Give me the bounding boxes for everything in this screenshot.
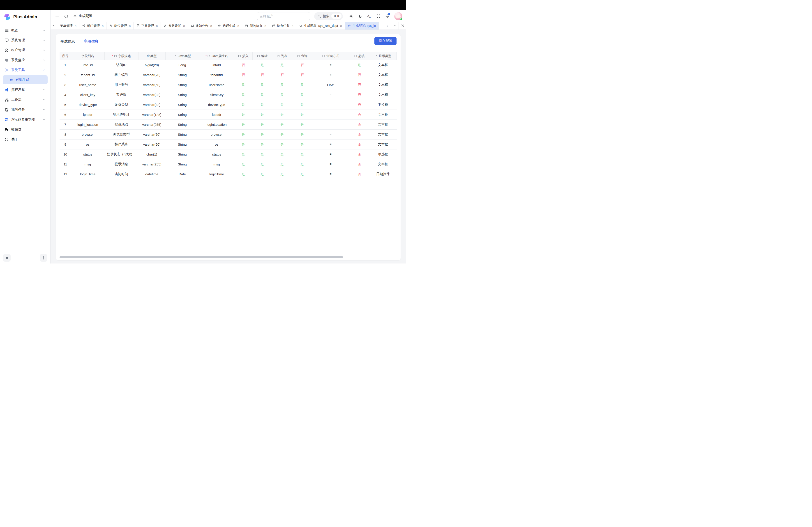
- sidebar-item-system-tools[interactable]: 系统工具: [3, 65, 47, 74]
- dark-mode-toggle[interactable]: [357, 12, 364, 20]
- fullscreen-button[interactable]: [374, 12, 382, 20]
- boolean-flag: 否: [242, 73, 245, 77]
- close-icon[interactable]: ×: [292, 24, 293, 28]
- column-header-insert[interactable]: 插入: [234, 52, 252, 60]
- close-icon[interactable]: ×: [75, 24, 76, 28]
- edit-icon: [297, 54, 300, 58]
- cell-java-attr: userName: [199, 80, 234, 90]
- content-fullscreen-button[interactable]: [398, 22, 406, 30]
- search-icon: [317, 14, 321, 18]
- svg-text:A: A: [369, 16, 371, 18]
- boolean-flag: 是: [280, 83, 284, 87]
- sidebar-item-demo-features[interactable]: 演示站专用功能: [3, 115, 47, 124]
- column-header-column-name: 字段列名: [71, 52, 104, 60]
- global-search-button[interactable]: 搜索 ⌘ K: [314, 12, 343, 20]
- sidebar-toggle-button[interactable]: [53, 12, 61, 20]
- column-header-description[interactable]: *字段描述: [104, 52, 138, 60]
- boolean-flag: 否: [358, 152, 361, 156]
- cell-query-mode: =: [312, 70, 349, 80]
- tab-code-generation[interactable]: 代码生成×: [215, 22, 242, 30]
- tabs-scroll-left-button[interactable]: [50, 22, 57, 30]
- column-header-display-type[interactable]: 显示类型: [370, 52, 396, 60]
- column-header-query-mode[interactable]: 查询方式: [312, 52, 349, 60]
- tab-post-mgmt[interactable]: 岗位管理×: [106, 22, 133, 30]
- tab-my-todo[interactable]: 我的待办×: [242, 22, 269, 30]
- cell-column-name: os: [71, 139, 104, 149]
- sidebar-item-code-generation[interactable]: 代码生成: [3, 75, 47, 84]
- column-header-query[interactable]: 查询: [292, 52, 312, 60]
- tab-todo-tasks[interactable]: 待办任务×: [269, 22, 296, 30]
- column-header-java-type[interactable]: Java类型: [165, 52, 199, 60]
- close-icon[interactable]: ×: [183, 24, 185, 28]
- close-icon[interactable]: ×: [129, 24, 131, 28]
- cell-description: 客户端: [104, 90, 138, 100]
- cell-required: 否: [349, 119, 370, 130]
- hamburger-icon: [55, 14, 59, 18]
- boolean-flag: 否: [358, 172, 361, 176]
- language-button[interactable]: 文A: [365, 12, 373, 20]
- sidebar-item-workflow[interactable]: 工作流: [3, 95, 47, 104]
- tab-gen-config-role-dept[interactable]: 生成配置: sys_role_dept×: [296, 22, 345, 30]
- boolean-flag: 否: [358, 113, 361, 116]
- close-icon[interactable]: ×: [237, 24, 239, 28]
- cell-clipped: [396, 90, 397, 100]
- close-icon[interactable]: ×: [264, 24, 266, 28]
- refresh-button[interactable]: [62, 12, 70, 20]
- horizontal-scrollbar[interactable]: [60, 256, 397, 258]
- sidebar-item-my-tasks[interactable]: 我的任务: [3, 105, 47, 114]
- column-header-required[interactable]: 必填: [349, 52, 370, 60]
- tenant-select-input[interactable]: [257, 12, 310, 20]
- cell-db-type: varchar(32): [138, 100, 165, 109]
- sidebar-item-overview[interactable]: 概览: [3, 26, 47, 35]
- breadcrumb-label: 生成配置: [79, 14, 92, 18]
- close-icon[interactable]: ×: [340, 24, 342, 28]
- column-header-clipped[interactable]: [396, 52, 397, 60]
- scrollbar-thumb[interactable]: [60, 256, 343, 258]
- column-header-list[interactable]: 列表: [272, 52, 292, 60]
- save-config-button[interactable]: 保存配置: [374, 37, 396, 45]
- column-header-java-attr[interactable]: *Java属性名: [199, 52, 234, 60]
- cell-query: 是: [292, 90, 312, 100]
- cell-index: 11: [60, 159, 71, 169]
- sidebar-item-tenant-mgmt[interactable]: 租户管理: [3, 46, 47, 55]
- cell-list: 是: [272, 149, 292, 159]
- sidebar-item-wechat-group[interactable]: 微信群: [3, 125, 47, 134]
- tab-gen-config-sys-lo[interactable]: 生成配置: sys_lo: [345, 22, 379, 30]
- cell-index: 6: [60, 109, 71, 119]
- tab-param-settings[interactable]: 参数设置×: [161, 22, 188, 30]
- copyright-icon: [4, 137, 9, 141]
- sidebar-item-about[interactable]: 关于: [3, 135, 47, 144]
- cell-query: 是: [292, 159, 312, 169]
- sidebar-collapse-button[interactable]: [3, 254, 11, 262]
- sidebar-item-system-monitor[interactable]: 系统监控: [3, 56, 47, 64]
- wechat-icon: [4, 127, 9, 132]
- tabs-scroll-right-button[interactable]: [384, 22, 391, 30]
- org-icon: [82, 24, 86, 28]
- close-icon[interactable]: ×: [102, 24, 103, 28]
- close-icon[interactable]: ×: [210, 24, 212, 28]
- tab-menu-mgmt[interactable]: 菜单管理×: [57, 22, 79, 30]
- tabs-dropdown-button[interactable]: [391, 22, 398, 30]
- cell-java-type: String: [165, 70, 199, 80]
- tab-dict-mgmt[interactable]: 字典管理×: [134, 22, 161, 30]
- notifications-button[interactable]: [383, 12, 391, 20]
- sidebar-item-system-mgmt[interactable]: 系统管理: [3, 35, 47, 45]
- cell-display-type: 文本框: [370, 60, 396, 70]
- tab-generate-info[interactable]: 生成信息: [60, 36, 75, 47]
- user-avatar[interactable]: [394, 12, 402, 20]
- settings-button[interactable]: [347, 12, 355, 20]
- sidebar-item-process-start[interactable]: 流程发起: [3, 85, 47, 94]
- cell-java-attr: tenantId: [199, 70, 234, 80]
- display-icon: [4, 58, 9, 62]
- close-icon[interactable]: ×: [156, 24, 158, 28]
- tab-dept-mgmt[interactable]: 部门管理×: [79, 22, 106, 30]
- boolean-flag: 是: [242, 142, 245, 146]
- cell-java-type: String: [165, 119, 199, 130]
- cell-clipped: [396, 109, 397, 119]
- tab-notice[interactable]: 通知公告×: [188, 22, 215, 30]
- sidebar-pin-button[interactable]: [40, 254, 47, 262]
- tab-field-info[interactable]: 字段信息: [84, 36, 99, 47]
- cell-edit: 是: [252, 159, 272, 169]
- boolean-flag: 是: [261, 63, 264, 67]
- column-header-edit[interactable]: 编辑: [252, 52, 272, 60]
